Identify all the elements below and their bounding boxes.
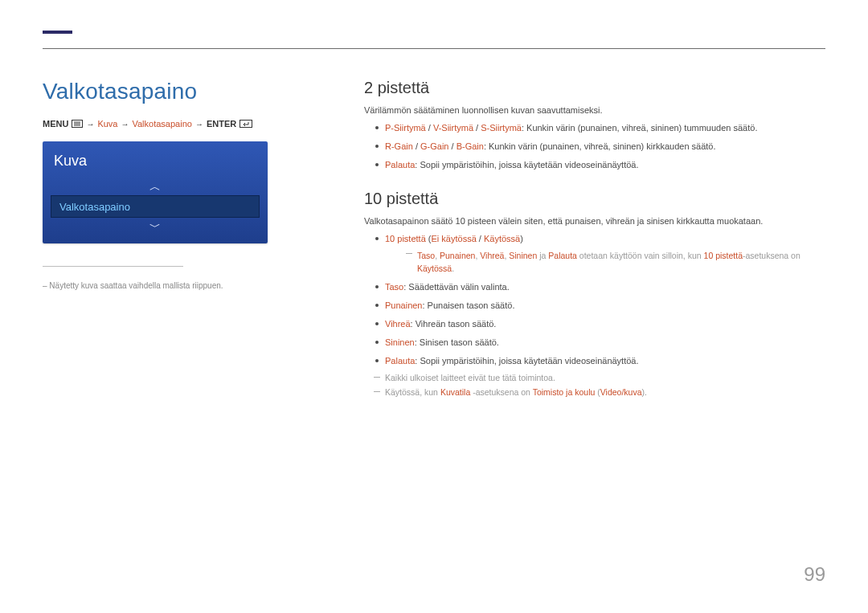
sub-note: Kaikki ulkoiset laitteet eivät tue tätä …: [374, 373, 825, 382]
bullets-10p: 10 pistettä (Ei käytössä / Käytössä) Tas…: [375, 232, 825, 368]
breadcrumb-valkotasapaino: Valkotasapaino: [132, 119, 191, 129]
section-lead-10p: Valkotasapainon säätö 10 pisteen välein …: [364, 216, 825, 226]
breadcrumb: MENU → Kuva → Valkotasapaino → ENTER: [43, 119, 316, 129]
left-divider: [43, 266, 183, 267]
osd-down: ﹀: [43, 218, 268, 235]
list-item: Palauta: Sopii ympäristöihin, joissa käy…: [375, 354, 825, 368]
sub-note: Taso, Punainen, Vihreä, Sininen ja Palau…: [406, 249, 825, 276]
list-item: Punainen: Punaisen tason säätö.: [375, 299, 825, 313]
section-heading-10p: 10 pistettä: [364, 190, 825, 208]
osd-up: ︿: [43, 178, 268, 195]
right-column: 2 pistettä Värilämmön säätäminen luonnol…: [364, 79, 825, 402]
osd-menu-title: Kuva: [43, 149, 268, 178]
list-item: R-Gain / G-Gain / B-Gain: Kunkin värin (…: [375, 140, 825, 153]
list-item: 10 pistettä (Ei käytössä / Käytössä) Tas…: [375, 232, 825, 276]
list-item: Vihreä: Vihreän tason säätö.: [375, 317, 825, 331]
page-body: Valkotasapaino MENU → Kuva → Valkotasapa…: [43, 79, 825, 402]
page-number: 99: [804, 563, 825, 586]
chevron-up-icon: ︿: [149, 181, 161, 192]
breadcrumb-menu: MENU: [43, 119, 68, 129]
arrow-icon: →: [86, 120, 94, 129]
header-accent: [43, 31, 72, 34]
enter-icon: [240, 120, 252, 128]
header-rule: [43, 48, 825, 49]
list-item: Sininen: Sinisen tason säätö.: [375, 336, 825, 349]
svg-rect-4: [240, 121, 252, 128]
bullets-2p: P-Siirtymä / V-Siirtymä / S-Siirtymä: Ku…: [375, 121, 825, 172]
section-heading-2p: 2 pistettä: [364, 79, 825, 97]
osd-menu-preview: Kuva ︿ Valkotasapaino ﹀: [43, 141, 268, 243]
sub-note: Käytössä, kun Kuvatila -asetuksena on To…: [374, 387, 825, 397]
breadcrumb-kuva: Kuva: [97, 119, 117, 129]
arrow-icon: →: [121, 120, 129, 129]
section-lead-2p: Värilämmön säätäminen luonnollisen kuvan…: [364, 105, 825, 115]
osd-selected-item: Valkotasapaino: [51, 195, 260, 218]
menu-icon: [72, 120, 83, 128]
arrow-icon: →: [195, 120, 203, 129]
left-column: Valkotasapaino MENU → Kuva → Valkotasapa…: [43, 79, 316, 402]
list-item: Palauta: Sopii ympäristöihin, joissa käy…: [375, 158, 825, 172]
page-title: Valkotasapaino: [43, 79, 316, 104]
list-item: Taso: Säädettävän välin valinta.: [375, 280, 825, 294]
list-item: P-Siirtymä / V-Siirtymä / S-Siirtymä: Ku…: [375, 121, 825, 135]
breadcrumb-enter: ENTER: [207, 119, 236, 129]
model-caption: – Näytetty kuva saattaa vaihdella mallis…: [43, 281, 316, 290]
chevron-down-icon: ﹀: [149, 221, 161, 232]
